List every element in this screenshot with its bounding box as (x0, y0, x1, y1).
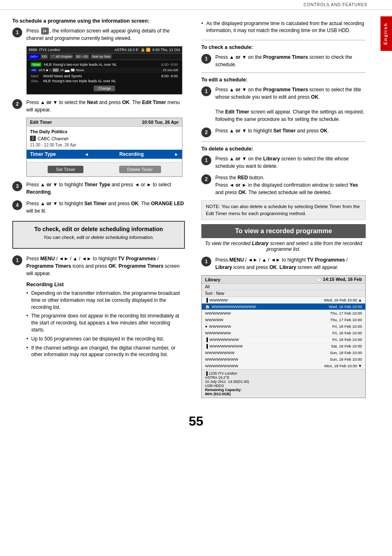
lib-header: Library 🕐 14:15 Wed, 16 Feb (202, 276, 365, 284)
screen-also-prog: MLB Young's two-run triple leads AL over… (43, 79, 178, 83)
badge-ad: 🎵 AD English (50, 54, 73, 59)
check-schedule-title: To check a schedule: (201, 44, 366, 50)
check-step-1: 1 Press MENU / ◄► / ▲ / ◄► to highlight … (12, 255, 185, 277)
bar-icon2: □ (49, 68, 51, 72)
screen-next-prog: World News and Sports (43, 74, 161, 78)
lib-all-label: All (202, 284, 365, 290)
step-circle-3: 3 (12, 181, 22, 191)
note-box: NOTE: You can also delete a schedule by … (201, 200, 366, 220)
lib-row-6: ▐ WWWWWWWW Fri, 18 Feb 10:00 (202, 336, 365, 343)
edit-sched-circle-1: 1 (201, 86, 211, 96)
screen-icons-bar: 1xD+ OD 🎵 AD English 3D→2D Side by Side (27, 53, 182, 60)
divider-3 (201, 141, 366, 142)
library-mockup: Library 🕐 14:15 Wed, 16 Feb All Sort : N… (201, 275, 366, 398)
screen-now-label: Now (31, 63, 42, 67)
lib-title-7: ▐ WWWWWWWWW (205, 344, 313, 348)
lib-row-3: WWWWW Thu, 17 Feb 10:00 (202, 317, 365, 323)
lib-time-2: Thu, 17 Feb 10:00 (313, 311, 362, 315)
lib-title-4: ● WWWWWW (205, 324, 313, 329)
screen-also-row: Also MLB Young's two-run triple leads AL… (31, 79, 178, 83)
lib-row-1: 🏠 WWWWWWWWWWWW Wed, 16 Feb 10:00 (202, 303, 365, 310)
step-circle-4: 4 (12, 200, 22, 210)
view-rec-circle-1: 1 (201, 257, 211, 266)
check-sched-step-1-text: Press ▲ or ▼ on the Programme Timers scr… (215, 53, 366, 68)
lib-row-8: WWWWWWWW Sun, 18 Feb 10:00 (202, 350, 365, 356)
edit-sched-step-2-text: Press ▲ or ▼ to highlight Set Timer and … (215, 127, 329, 134)
lib-row-10: WWWWWWWWW Mon, 18 Feb 10:00 ▼ (202, 363, 365, 369)
step-3-text: Press ▲ or ▼ to highlight Timer Type and… (26, 181, 185, 196)
lib-sort: Sort : New (202, 290, 365, 297)
info-screen-mockup: 8888 ITV1 London ASTRA 19.2 E 🔒 📶 6:00 T… (26, 46, 182, 95)
et-channel: 2 CABC Channel (30, 135, 179, 142)
bullet-3: Up to 500 programmes can be displayed in… (26, 336, 185, 343)
prog-next-also: Next World News and Sports 8:00- 9:00 Al… (29, 73, 180, 84)
lib-row-5: WWWWWWW Fri, 18 Feb 10:00 (202, 330, 365, 336)
et-channel-num: 2 (30, 136, 36, 141)
view-recorded-section: To view a recorded programme (201, 224, 366, 238)
lib-clock: 🕐 14:15 Wed, 16 Feb (316, 277, 362, 282)
edit-sched-circle-2: 2 (201, 127, 211, 137)
screen-body: Now MLB Young's two-run triple leads AL … (27, 60, 182, 94)
screen-channel-num: 8888 (29, 48, 37, 52)
screen-next-label: Next (31, 74, 43, 78)
step-1-text: Press i+, the information screen will ap… (26, 27, 185, 42)
screen-change-btn[interactable]: Change (94, 86, 115, 91)
lib-time-6: Fri, 18 Feb 10:00 (313, 337, 362, 342)
et-buttons: Set Timer Delete Timer (27, 162, 182, 176)
lib-info-line-6: 86% (912.0GB) (205, 392, 362, 396)
screen-now-time: 6:00- 8:00 (161, 63, 178, 67)
schedule-step-3: 3 Press ▲ or ▼ to highlight Timer Type a… (12, 181, 185, 196)
lib-time-5: Fri, 18 Feb 10:00 (313, 331, 362, 335)
et-set-timer-btn[interactable]: Set Timer (48, 166, 83, 173)
et-delete-timer-btn[interactable]: Delete Timer (119, 166, 161, 173)
badge-od: OD (41, 54, 48, 59)
et-datetime: 10:50 Tue, 26 Apr (142, 120, 179, 125)
et-arrow-right: ► (174, 152, 179, 157)
delete-sched-step-2: 2 Press the RED button. Press ◄ or ► in … (201, 174, 366, 196)
lib-row-7: ▐ WWWWWWWWW Sat, 18 Feb 10:00 (202, 343, 365, 350)
check-step-circle-1: 1 (12, 255, 22, 265)
et-prog-title: The Daily Politics (30, 128, 179, 135)
lib-title-0: ▐ WWWWW (205, 298, 313, 302)
right-column: As the displayed programme time is calcu… (193, 14, 378, 410)
schedule-step-4: 4 Press ▲ or ▼ to highlight Set Timer an… (12, 200, 185, 215)
edit-sched-step-1-text: Press ▲ or ▼ on the Programme Timers scr… (215, 86, 366, 123)
check-sched-step-1: 1 Press ▲ or ▼ on the Programme Timers s… (201, 53, 366, 68)
bar-ratio: 16:9 (39, 68, 45, 72)
lib-time-10: Mon, 18 Feb 10:00 ▼ (313, 364, 362, 368)
recording-list-bullets: Depending on the transmitter information… (26, 290, 185, 358)
et-timer-type-label: Timer Type (30, 151, 56, 157)
check-sched-circle-1: 1 (201, 54, 211, 64)
lib-row-9: WWWWWWWWW Sun, 18 Feb 10:00 (202, 356, 365, 363)
check-edit-delete-section: To check, edit or delete scheduling info… (12, 221, 185, 249)
right-bullet-note: As the displayed programme time is calcu… (201, 20, 366, 34)
et-arrow-left: ◄ (84, 152, 89, 157)
side-tab-english: English (380, 16, 392, 51)
edit-timer-mockup: Edit Timer 10:50 Tue, 26 Apr The Daily P… (26, 118, 182, 177)
et-timer-type-value: Recording (119, 151, 143, 157)
bar-hd: HD (31, 68, 37, 72)
et-time-range: 11:30 - 12:30 Tue, 26 Apr (30, 142, 179, 148)
box-section-subtitle: You can check, edit or delete scheduling… (19, 235, 178, 240)
et-title: Edit Timer (30, 120, 52, 125)
prog-details-bar: HD 16:9 ■ □ AD 18 ▄▄ 📰 News 15 min left (29, 67, 180, 73)
top-bar-label: CONTROLS AND FEATURES (304, 2, 367, 7)
delete-sched-circle-1: 1 (201, 155, 211, 165)
lib-time-3: Thu, 17 Feb 10:00 (313, 317, 362, 322)
lib-title-9: WWWWWWWWW (205, 357, 313, 361)
view-recorded-subtitle: To view the recorded Library screen and … (201, 241, 366, 252)
lib-title-6: ▐ WWWWWWWW (205, 337, 313, 342)
delete-sched-step-1-text: Press ▲ or ▼ on the Library screen to se… (215, 155, 366, 170)
screen-now-prog: MLB Young's two-run triple leads AL over… (44, 63, 161, 67)
lib-row-2: WWWWWWW Thu, 17 Feb 10:00 (202, 310, 365, 317)
bar-icon1: ■ (46, 68, 48, 72)
delete-sched-circle-2: 2 (201, 174, 211, 184)
lib-title-10: WWWWWWWWW (205, 364, 313, 368)
bar-time-left: 15 min left (163, 68, 178, 72)
lib-title: Library (205, 277, 220, 282)
lib-row-0: ▐ WWWWW Wed, 16 Feb 10:00 ▲ (202, 297, 365, 303)
delete-sched-step-2-text: Press the RED button. Press ◄ or ► in th… (215, 174, 366, 196)
lib-time-0: Wed, 16 Feb 10:00 ▲ (313, 298, 362, 302)
edit-schedule-title: To edit a schedule: (201, 77, 366, 83)
box-section-title: To check, edit or delete scheduling info… (19, 226, 178, 232)
